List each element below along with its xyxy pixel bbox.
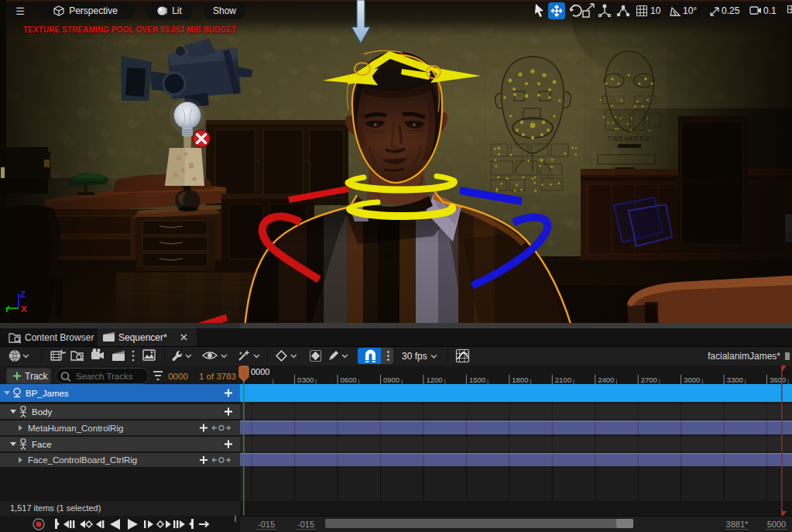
svg-text:-015: -015	[258, 520, 275, 529]
svg-text:2700: 2700	[641, 376, 657, 384]
svg-text:Content Browser: Content Browser	[25, 332, 94, 343]
svg-text:Track: Track	[25, 371, 49, 382]
svg-text:Sequencer*: Sequencer*	[118, 332, 167, 343]
svg-text:-015: -015	[297, 520, 314, 529]
svg-text:1,517 items (1 selected): 1,517 items (1 selected)	[10, 503, 101, 513]
svg-text:0.25: 0.25	[722, 5, 740, 16]
svg-text:0300: 0300	[297, 376, 314, 384]
svg-text:X: X	[21, 304, 27, 314]
svg-text:3000: 3000	[684, 376, 700, 384]
svg-text:2400: 2400	[598, 376, 614, 384]
svg-text:0000: 0000	[168, 372, 188, 381]
svg-text:1200: 1200	[426, 376, 442, 384]
svg-text:2100: 2100	[555, 376, 571, 384]
svg-text:3600: 3600	[770, 376, 786, 384]
svg-text:Face_ControlBoard_CtrlRig: Face_ControlBoard_CtrlRig	[28, 455, 137, 465]
svg-text:Search Tracks: Search Tracks	[76, 372, 133, 381]
svg-text:30 fps: 30 fps	[402, 351, 427, 362]
svg-text:1800: 1800	[512, 376, 528, 384]
svg-text:3300: 3300	[727, 376, 743, 384]
svg-text:facialanimJames*: facialanimJames*	[708, 351, 780, 362]
svg-text:Z: Z	[20, 290, 26, 299]
svg-text:1500: 1500	[469, 376, 485, 384]
svg-text:1 of 3783: 1 of 3783	[199, 372, 236, 381]
svg-text:10°: 10°	[683, 5, 697, 16]
svg-text:Body: Body	[32, 407, 52, 417]
svg-text:0600: 0600	[341, 376, 357, 384]
svg-text:Face: Face	[32, 440, 52, 449]
svg-text:MetaHuman_ControlRig: MetaHuman_ControlRig	[28, 424, 123, 433]
svg-text:10: 10	[650, 5, 661, 16]
svg-text:0.1: 0.1	[763, 5, 777, 16]
svg-text:0000: 0000	[251, 367, 269, 376]
svg-text:3881*: 3881*	[726, 520, 749, 529]
svg-text:0900: 0900	[383, 376, 399, 384]
svg-text:5000: 5000	[767, 520, 786, 529]
svg-text:BP_James: BP_James	[26, 389, 69, 398]
